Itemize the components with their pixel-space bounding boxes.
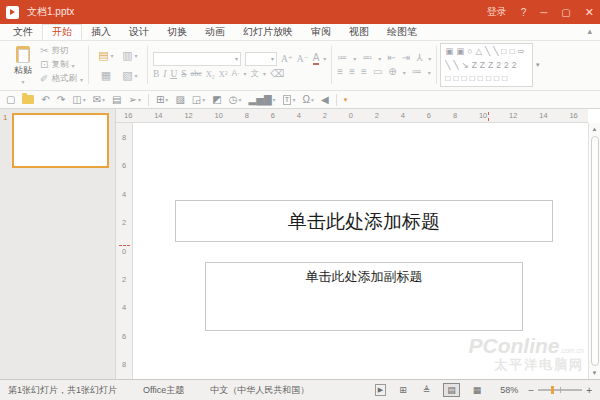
zoom-out-button[interactable]: − (528, 385, 534, 396)
open-folder-icon[interactable] (22, 95, 34, 104)
font-name-combobox[interactable]: ▾ (153, 52, 241, 66)
clear-format-icon[interactable]: ⌫ (270, 69, 284, 79)
scrollbar-thumb[interactable] (591, 136, 599, 366)
font-size-combobox[interactable]: ▾ (245, 52, 277, 66)
slideshow-view-icon[interactable]: ▶ (375, 384, 386, 396)
paste-dropdown-icon[interactable]: ▾ (21, 78, 24, 85)
shapes-row-3[interactable]: □□□□□□□□ (445, 72, 527, 85)
shapes-row-1[interactable]: ▣▣○△╲╲□□⇨ (445, 45, 527, 58)
save-button[interactable]: ◫▾ (72, 95, 85, 105)
numbering-icon[interactable]: ≕ (362, 53, 372, 63)
close-icon[interactable]: ✕ (585, 6, 594, 19)
media-icon[interactable]: ◀ (321, 95, 329, 105)
screenshot-button[interactable]: ◲▾ (192, 95, 205, 105)
text-direction-icon[interactable]: ⅄ (416, 53, 422, 63)
tab-draw[interactable]: 绘图笔 (378, 24, 426, 40)
format-painter-button[interactable]: ✐ 格式刷 ▾ (40, 73, 83, 85)
shapes-more-icon[interactable]: ▾ (533, 61, 543, 69)
strikethrough-button[interactable]: S (181, 69, 186, 79)
text-box-button[interactable]: T▾ (283, 95, 296, 105)
zoom-in-button[interactable]: + (586, 385, 592, 396)
scroll-up-icon[interactable]: ▲ (592, 123, 598, 135)
font-color-button[interactable]: A (313, 52, 320, 65)
insert-table-button[interactable]: ⊞▾ (156, 95, 168, 105)
maximize-icon[interactable]: ▢ (561, 7, 570, 18)
tab-design[interactable]: 设计 (120, 24, 158, 40)
align-center-icon[interactable]: ≡ (349, 67, 355, 77)
align-text-box-icon[interactable]: ▭ (373, 67, 382, 77)
bold-button[interactable]: B (153, 69, 159, 79)
insert-picture-icon[interactable]: ▨ (175, 95, 184, 105)
tab-file[interactable]: 文件 (4, 24, 42, 40)
zoom-level[interactable]: 58% (500, 385, 518, 395)
scroll-down-icon[interactable]: ▼ (592, 367, 598, 379)
language-status[interactable]: 中文（中华人民共和国） (210, 384, 309, 397)
normal-view-icon[interactable]: ▤ (443, 383, 460, 397)
decrease-indent-icon[interactable]: ⇤ (387, 53, 395, 63)
workspace: 1 161412 1086 420 246 81012 1416 864 202… (0, 109, 600, 379)
reading-view-icon[interactable]: ⊞ (396, 384, 410, 396)
tab-view[interactable]: 视图 (340, 24, 378, 40)
italic-button[interactable]: I (163, 69, 166, 79)
slide-layout-button[interactable]: ▥ ▾ (118, 45, 142, 65)
underline-button[interactable]: U (170, 69, 177, 79)
new-slide-button[interactable]: ▤ ▾ (94, 45, 118, 65)
theme-status[interactable]: Office主题 (143, 384, 184, 397)
smartart-icon[interactable]: ◩ (212, 95, 221, 105)
ruler-cursor-mark-h (488, 112, 489, 121)
vertical-scrollbar[interactable]: ▲ ▼ (588, 123, 600, 379)
tab-transitions[interactable]: 切换 (158, 24, 196, 40)
align-right-icon[interactable]: ≡ (361, 67, 367, 77)
symbol-button[interactable]: Ω▾ (303, 95, 315, 105)
clipboard-group: 粘贴 ▾ ✂ 剪切 ⊡ 复制 ▾ ✐ 格式刷 ▾ (4, 44, 87, 86)
paste-button[interactable]: 粘贴 ▾ (8, 44, 38, 86)
slide-sorter-view-icon[interactable]: ▦ (470, 384, 485, 396)
toolbar-more-icon[interactable]: ▾ (344, 96, 348, 104)
reset-slide-button[interactable]: ▦ (94, 65, 118, 85)
select-button[interactable]: ➢▾ (129, 95, 141, 105)
tab-review[interactable]: 审阅 (302, 24, 340, 40)
copy-button[interactable]: ⊡ 复制 ▾ (40, 59, 83, 71)
zoom-slider[interactable] (538, 389, 582, 391)
shrink-font-button[interactable]: A⁻ (297, 53, 309, 64)
slide-thumbnail-1[interactable] (12, 113, 109, 168)
shapes-row-2[interactable]: ╲╲↘ZZZ222 (445, 59, 527, 72)
login-button[interactable]: 登录 (487, 5, 507, 19)
tab-animations[interactable]: 动画 (196, 24, 234, 40)
align-left-icon[interactable]: ≡ (337, 67, 343, 77)
strike-abc-button[interactable]: abc (191, 69, 202, 78)
slide-thumbnail-panel[interactable]: 1 (0, 109, 116, 379)
undo-icon[interactable]: ↶ (41, 95, 49, 105)
superscript-button[interactable]: X² (219, 69, 228, 79)
slide-canvas[interactable]: 单击此处添加标题 单击此处添加副标题 PConline.com.cn 太平洋电脑… (133, 123, 588, 379)
bullets-icon[interactable]: ≔ (337, 53, 347, 63)
print-icon[interactable]: ▤ (112, 95, 121, 105)
collapse-ribbon-icon[interactable]: ▴ (587, 26, 592, 36)
title-placeholder[interactable]: 单击此处添加标题 (175, 200, 553, 242)
format-painter-icon: ✐ (40, 74, 48, 84)
animation-button[interactable]: ◷▾ (229, 95, 242, 105)
help-icon[interactable]: ? (521, 7, 527, 18)
text-tool-icon[interactable]: 文 (251, 69, 260, 78)
redo-icon[interactable]: ↷ (57, 95, 65, 105)
character-spacing-icon[interactable]: A∙ (232, 69, 240, 78)
insert-chart-button[interactable]: ▂▅▇▾ (249, 95, 276, 105)
minimize-icon[interactable]: ─ (540, 7, 547, 18)
grow-font-button[interactable]: A⁺ (281, 53, 293, 64)
presenter-view-icon[interactable]: ≜ (420, 384, 434, 396)
zoom-slider-thumb[interactable] (551, 386, 554, 394)
line-spacing-icon[interactable]: ≔ (412, 67, 422, 77)
new-document-icon[interactable]: ▢ (6, 95, 15, 105)
section-button[interactable]: ▧ ▾ (118, 65, 142, 85)
distribute-icon[interactable]: ⊕ (388, 67, 396, 77)
tab-slideshow[interactable]: 幻灯片放映 (234, 24, 302, 40)
cut-button[interactable]: ✂ 剪切 (40, 45, 83, 57)
increase-indent-icon[interactable]: ⇥ (402, 53, 410, 63)
tab-insert[interactable]: 插入 (82, 24, 120, 40)
slides-group: ▤ ▾ ▥ ▾ ▦ ▧ ▾ (90, 44, 146, 86)
subtitle-placeholder[interactable]: 单击此处添加副标题 (205, 262, 523, 331)
mail-button[interactable]: ✉▾ (93, 95, 105, 105)
tab-home[interactable]: 开始 (42, 24, 82, 40)
table-icon: ⊞ (156, 95, 164, 105)
subscript-button[interactable]: X₂ (206, 69, 215, 79)
